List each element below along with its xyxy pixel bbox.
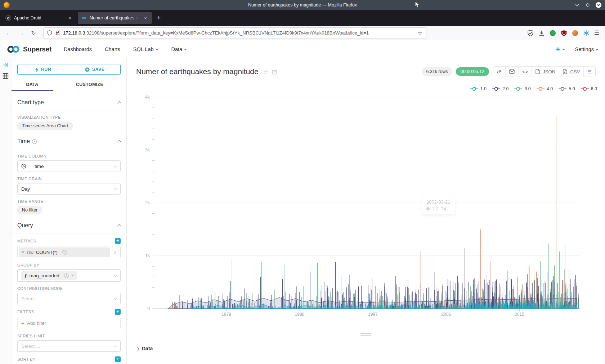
window-restore-icon[interactable] bbox=[585, 2, 591, 8]
favorite-star-icon[interactable]: ☆ bbox=[263, 68, 268, 75]
browser-menu-icon[interactable]: ☰ bbox=[594, 29, 599, 36]
add-sort-by-button[interactable]: + bbox=[115, 356, 121, 362]
data-panel-toggle[interactable]: Data bbox=[127, 341, 605, 351]
svg-text:4k: 4k bbox=[145, 95, 150, 100]
legend-item-5.0[interactable]: 5.0 bbox=[558, 86, 575, 91]
export-csv-button[interactable]: .CSV bbox=[559, 67, 583, 77]
section-chart-type[interactable]: Chart type bbox=[17, 99, 121, 106]
query-timer-badge: 00:00:05.12 bbox=[456, 67, 489, 76]
chart-legend: 1.02.03.04.05.06.0 bbox=[470, 86, 597, 91]
series-limit-select[interactable]: Select ... bbox=[17, 340, 121, 352]
time-column-select[interactable]: __time bbox=[17, 160, 121, 172]
extension-green-icon[interactable] bbox=[550, 30, 556, 36]
bookmark-star-icon[interactable]: ☆ bbox=[418, 30, 422, 36]
tracking-shield-icon[interactable] bbox=[47, 30, 52, 36]
back-icon[interactable]: ← bbox=[4, 28, 14, 38]
legend-marker-icon bbox=[514, 87, 523, 91]
legend-item-1.0[interactable]: 1.0 bbox=[470, 86, 487, 91]
new-item-button[interactable]: + bbox=[556, 45, 565, 53]
time-range-value[interactable]: No filter bbox=[17, 206, 42, 214]
chevron-down-icon bbox=[114, 344, 117, 347]
info-icon: i bbox=[32, 139, 37, 144]
metrics-label: METRICS+ bbox=[17, 238, 121, 244]
legend-item-2.0[interactable]: 2.0 bbox=[492, 86, 508, 91]
help-icon: ? bbox=[62, 250, 67, 255]
embed-code-button[interactable]: < > bbox=[518, 67, 532, 77]
add-filter-plus-button[interactable]: + bbox=[115, 309, 121, 315]
remove-token-icon[interactable]: × bbox=[71, 273, 74, 278]
section-query[interactable]: Query bbox=[17, 222, 121, 229]
time-grain-select[interactable]: Day bbox=[17, 183, 121, 195]
timeseries-area-chart[interactable]: 01k2k3k4k19791988199720062015 bbox=[127, 58, 605, 364]
save-button[interactable]: SAVE bbox=[69, 64, 120, 74]
add-metric-button[interactable]: + bbox=[115, 238, 121, 244]
legend-item-3.0[interactable]: 3.0 bbox=[514, 86, 530, 91]
chevron-down-icon bbox=[114, 187, 117, 190]
legend-marker-icon bbox=[558, 87, 567, 91]
nav-sql-lab[interactable]: SQL Lab bbox=[133, 46, 158, 52]
viz-type-label: VISUALIZATION TYPE bbox=[17, 115, 121, 119]
nav-dashboards[interactable]: Dashboards bbox=[64, 46, 92, 52]
panel-resize-handle[interactable] bbox=[361, 333, 371, 337]
nav-data[interactable]: Data bbox=[171, 46, 187, 52]
svg-text:1988: 1988 bbox=[295, 312, 305, 317]
window-close-icon[interactable]: ✕ bbox=[596, 2, 601, 8]
chart-title: Numer of earthquakes by magnitude bbox=[136, 67, 259, 76]
contribution-mode-select[interactable]: Select ... bbox=[17, 293, 121, 304]
chart-menu-button[interactable]: ☰ bbox=[583, 67, 595, 77]
url-path: :32108/superset/explore/?form_data_key=K… bbox=[85, 30, 369, 36]
legend-item-6.0[interactable]: 6.0 bbox=[581, 86, 597, 91]
copy-link-button[interactable] bbox=[493, 67, 505, 77]
add-filter-button[interactable]: + Add filter bbox=[17, 317, 121, 329]
new-tab-button[interactable]: + bbox=[153, 13, 164, 23]
export-json-button[interactable]: .JSON bbox=[532, 67, 559, 77]
cookie-extension-icon[interactable] bbox=[572, 30, 578, 36]
email-button[interactable] bbox=[505, 67, 518, 77]
legend-item-4.0[interactable]: 4.0 bbox=[536, 86, 553, 91]
svg-text:2015: 2015 bbox=[515, 312, 524, 317]
group-by-select[interactable]: ƒ mag_rounded ? × bbox=[17, 269, 121, 282]
tab-apache-druid[interactable]: d Apache Druid × bbox=[2, 12, 76, 24]
lightning-icon bbox=[35, 67, 39, 72]
ublock-shield-icon[interactable] bbox=[561, 30, 567, 36]
metric-token[interactable]: × ƒ(x) COUNT(*) ? bbox=[19, 247, 110, 257]
metric-control[interactable]: × ƒ(x) COUNT(*) ? bbox=[17, 246, 121, 258]
pinwheel-extension-icon[interactable] bbox=[583, 30, 590, 36]
group-by-token[interactable]: ƒ mag_rounded ? × bbox=[21, 271, 77, 280]
window-titlebar: Numer of earthquakes by magnitude — Mozi… bbox=[0, 0, 605, 10]
legend-marker-icon bbox=[581, 87, 589, 91]
column-icon: ƒ bbox=[24, 273, 27, 278]
tab-close-icon[interactable]: × bbox=[142, 15, 149, 21]
superset-brand[interactable]: Superset bbox=[6, 45, 51, 54]
svg-text:1979: 1979 bbox=[221, 312, 231, 317]
tab-close-icon[interactable]: × bbox=[67, 15, 73, 21]
chevron-right-icon[interactable] bbox=[113, 250, 116, 254]
window-minimize-icon[interactable] bbox=[574, 2, 580, 8]
dataset-grid-icon[interactable] bbox=[3, 73, 9, 79]
edit-title-icon[interactable] bbox=[272, 69, 277, 74]
svg-text:2k: 2k bbox=[145, 200, 150, 205]
url-bar[interactable]: 172.18.0.3:32108/superset/explore/?form_… bbox=[43, 27, 426, 39]
file-icon bbox=[535, 69, 540, 74]
nav-charts[interactable]: Charts bbox=[105, 46, 120, 52]
section-time[interactable]: Timei bbox=[17, 138, 121, 145]
collapse-panel-icon[interactable] bbox=[3, 62, 9, 68]
remove-metric-icon[interactable]: × bbox=[22, 250, 24, 255]
reload-icon[interactable]: ↻ bbox=[28, 28, 39, 38]
viz-type-value[interactable]: Time-series Area Chart bbox=[17, 122, 73, 130]
chart-header: Numer of earthquakes by magnitude ☆ 6.31… bbox=[127, 58, 605, 77]
download-icon[interactable] bbox=[538, 30, 545, 36]
tab-superset-explore[interactable]: ∞ Numer of earthquakes by × bbox=[78, 12, 152, 24]
tab-data[interactable]: DATA bbox=[12, 80, 53, 91]
settings-menu[interactable]: Settings bbox=[575, 46, 599, 52]
chevron-right-icon bbox=[136, 347, 139, 350]
superset-navbar: Superset Dashboards Charts SQL Lab Data … bbox=[0, 40, 605, 58]
insecure-lock-icon[interactable] bbox=[55, 30, 60, 36]
tooltip-value: 1.0: 74 bbox=[432, 206, 446, 211]
tab-customize[interactable]: CUSTOMIZE bbox=[53, 80, 126, 91]
chevron-up-icon bbox=[117, 224, 121, 228]
forward-icon[interactable]: → bbox=[16, 28, 27, 38]
run-button[interactable]: RUN bbox=[18, 64, 69, 74]
shield-check-icon[interactable] bbox=[527, 30, 534, 36]
superset-favicon-icon: ∞ bbox=[81, 15, 87, 21]
